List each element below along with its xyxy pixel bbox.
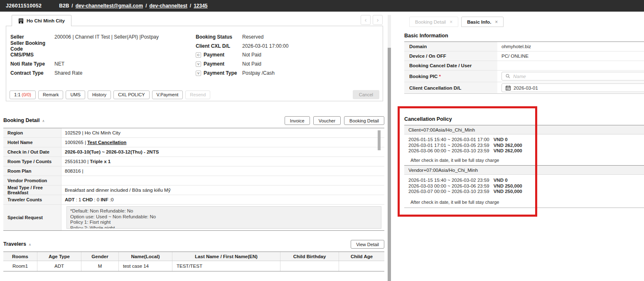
hotel-name-link[interactable]: Test Cancellation	[87, 140, 126, 145]
top-bar: J26011510052 B2B / dev-channeltest@gmail…	[0, 0, 644, 12]
basic-information-title: Basic Information	[404, 33, 448, 39]
travelers-section-header[interactable]: Travelers ∧	[3, 241, 31, 247]
booking-detail-section-header[interactable]: Booking Detail ∧	[3, 117, 44, 123]
table-row-domain: Domain ohmyhotel.biz	[404, 42, 644, 51]
field-label: Client CXL D/L	[196, 43, 230, 49]
vendor-policy-header: Vendor+07:00Asia/Ho_Chi_Minh	[404, 165, 644, 175]
close-icon[interactable]: ×	[495, 19, 498, 25]
c-flag-icon: C	[196, 52, 201, 58]
breadcrumb-link-channel[interactable]: dev-channeltest	[149, 3, 187, 9]
tab-label: Basic Info.	[467, 20, 491, 24]
policy-row: 2026-01-15 15:40 ~ 2026-03-01 17:00VND 0	[408, 137, 522, 143]
summary-left-column: Seller200006 | Channel IT Test | Seller(…	[10, 32, 159, 78]
policy-row: 2026-03-07 00:00 ~ 2026-03-10 23:59VND 2…	[408, 189, 522, 195]
field-label: Noti Rate Type	[10, 61, 54, 67]
table-row-booking-cancel-date: Booking Cancel Date / User	[404, 61, 644, 71]
ums-button[interactable]: UMS	[66, 90, 85, 99]
booking-detail-table: Region 102529 | Ho Chi Minh City Hotel N…	[3, 128, 384, 231]
cancellation-policy-title: Cancellation Policy	[404, 116, 452, 122]
client-policy-header: Client+07:00Asia/Ho_Chi_Minh	[404, 125, 644, 134]
client-cxl-value: 2026-03-01 17:00:00	[242, 43, 288, 49]
client-policy-note: After check in date, it will be full sta…	[410, 158, 499, 163]
client-policy-rows: 2026-01-15 15:40 ~ 2026-03-01 17:00VND 0…	[408, 137, 522, 154]
remark-button[interactable]: Remark	[38, 90, 64, 99]
field-value: Not Paid	[242, 52, 261, 58]
tab-label: Ho Chi Minh City	[27, 18, 65, 23]
chevron-right-icon: ›	[377, 17, 379, 23]
chevron-left-icon: ‹	[365, 17, 367, 23]
history-button[interactable]: History	[88, 90, 111, 99]
field-label: Payment	[204, 61, 224, 67]
vendor-policy-note: After check in date, it will be full sta…	[410, 200, 499, 205]
tab-ho-chi-minh-city[interactable]: Ho Chi Minh City	[12, 15, 71, 26]
field-value: Shared Rate	[54, 70, 82, 76]
calendar-icon	[506, 86, 511, 90]
table-row-traveler-counts: Traveler Counts ADT: 1 CHD: 0 INF:0	[3, 195, 384, 205]
v-flag-icon: V	[196, 71, 201, 76]
building-icon	[18, 18, 24, 24]
table-row-device: Device / On OFF PC/ ONLINE	[404, 51, 644, 61]
field-label: CMS/PMS	[10, 52, 54, 58]
v-flag-icon: V	[196, 61, 201, 67]
booking-status-value: Reserved	[242, 34, 263, 40]
policy-row: 2026-03-01 17:01 ~ 2026-03-05 23:59VND 2…	[408, 143, 522, 149]
booking-pic-input[interactable]	[513, 74, 644, 79]
tab-basic-info[interactable]: Basic Info. ×	[461, 17, 504, 27]
policy-bottom-divider	[404, 208, 644, 208]
field-value: Postpay /Cash	[242, 70, 275, 76]
left-panel-scrollbar-thumb[interactable]	[388, 48, 391, 281]
search-icon	[506, 74, 510, 78]
section-title: Booking Detail	[3, 117, 40, 123]
booking-pic-search-box[interactable]	[501, 72, 644, 81]
field-label: Payment	[204, 52, 224, 58]
field-label: Seller Booking Code	[10, 40, 54, 52]
v-payment-button[interactable]: V.Payment	[152, 90, 183, 99]
table-row-room-plan: Room Plan 808316 |	[3, 166, 384, 176]
booking-summary-card: Seller200006 | Channel IT Test | Seller(…	[6, 26, 383, 101]
prev-tab-button[interactable]: ‹	[361, 15, 371, 25]
resend-button[interactable]: Resend	[185, 90, 210, 99]
breadcrumb: B2B / dev-channeltest@gmail.com / dev-ch…	[59, 3, 207, 9]
field-value: NET	[54, 61, 64, 67]
voucher-button[interactable]: Voucher	[313, 116, 341, 125]
ratio-button[interactable]: 1:1(0/0)	[10, 90, 36, 99]
summary-actions: 1:1(0/0) Remark UMS History CXL POLICY V…	[10, 90, 379, 99]
special-request-textbox[interactable]: *Default: Non Refundable: No Option use:…	[66, 206, 381, 229]
booking-detail-button[interactable]: Booking Detail	[344, 116, 384, 125]
booking-detail-actions: Invoice Voucher Booking Detail	[285, 116, 384, 125]
close-icon[interactable]: ×	[450, 19, 452, 25]
booking-admin-page: J26011510052 B2B / dev-channeltest@gmail…	[0, 0, 644, 281]
summary-right-column: Booking StatusReserved Client CXL D/L202…	[196, 32, 288, 78]
next-tab-button[interactable]: ›	[373, 15, 383, 25]
client-cancellation-date-picker[interactable]: 2026-03-01	[501, 83, 644, 92]
travelers-header-row: Rooms Age Type Gender Name(Local) Last N…	[3, 252, 384, 261]
section-title: Travelers	[3, 241, 26, 247]
cxl-policy-button[interactable]: CXL POLICY	[113, 90, 149, 99]
breadcrumb-link-email[interactable]: dev-channeltest@gmail.com	[76, 3, 143, 9]
breadcrumb-link-id[interactable]: 12345	[194, 3, 207, 9]
vendor-policy-rows: 2026-01-15 15:40 ~ 2026-03-02 23:59VND 0…	[408, 178, 522, 195]
policy-row: 2026-01-15 15:40 ~ 2026-03-02 23:59VND 0	[408, 178, 522, 183]
field-label: Contract Type	[10, 70, 54, 76]
collapse-icon: ∧	[29, 243, 31, 247]
tab-booking-detail[interactable]: Booking Detail ×	[409, 17, 458, 27]
invoice-button[interactable]: Invoice	[285, 116, 310, 125]
tab-label: Booking Detail	[415, 20, 446, 24]
table-row-special-request: Special Request *Default: Non Refundable…	[3, 205, 384, 230]
table-row-hotel-name: Hotel Name 1009265 |Test Cancellation	[3, 138, 384, 147]
cancel-button[interactable]: Cancel	[353, 90, 379, 99]
table-row-region: Region 102529 | Ho Chi Minh City	[3, 128, 384, 138]
policy-row: 2026-03-06 00:00 ~ 2026-03-10 23:59VND 2…	[408, 148, 522, 154]
basic-information-table: Domain ohmyhotel.biz Device / On OFF PC/…	[404, 42, 644, 94]
date-value: 2026-03-01	[514, 86, 538, 90]
right-panel-tabs: Booking Detail × Basic Info. ×	[409, 17, 504, 27]
view-detail-button[interactable]: View Detail	[351, 240, 384, 249]
policy-row: 2026-03-03 00:00 ~ 2026-03-06 23:59VND 2…	[408, 183, 522, 189]
table-row-client-cancellation: Client Cancellation D/L 2026-03-01	[404, 82, 644, 93]
booking-id: J26011510052	[6, 3, 42, 9]
ratio-count: (0/0)	[22, 92, 31, 97]
tab-pager: ‹ ›	[361, 15, 383, 25]
table-row-booking-pic: Booking PIC*	[404, 71, 644, 82]
breadcrumb-section: B2B	[59, 3, 69, 9]
travelers-table: Rooms Age Type Gender Name(Local) Last N…	[3, 252, 384, 271]
